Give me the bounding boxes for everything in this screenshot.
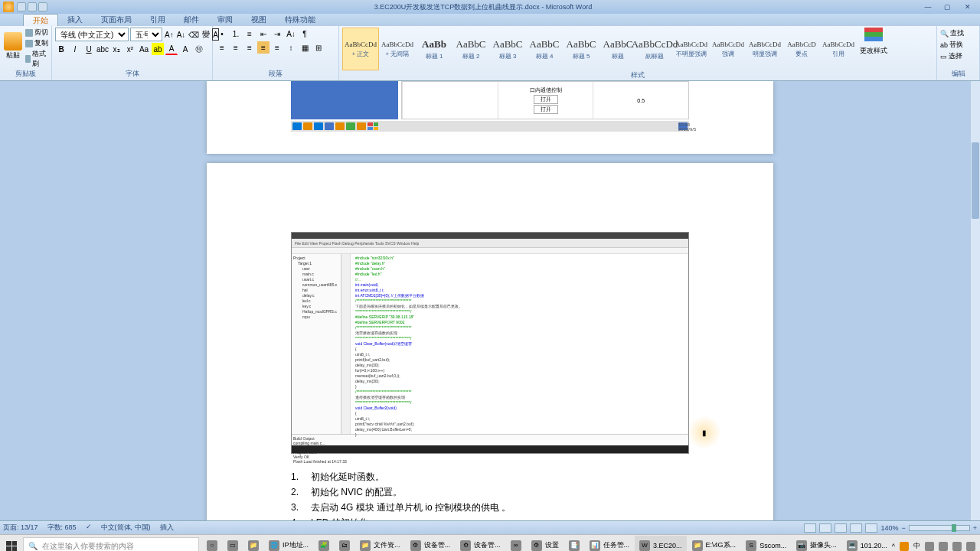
style-item-5[interactable]: AaBbC标题 4 — [526, 28, 563, 70]
taskbar-item-6[interactable]: 📁文件资... — [355, 536, 405, 552]
tab-mailings[interactable]: 邮件 — [175, 14, 208, 26]
tray-icon-2[interactable] — [925, 542, 934, 551]
status-insert-mode[interactable]: 插入 — [160, 523, 174, 533]
distribute-button[interactable]: ≡ — [271, 41, 283, 54]
taskbar-item-0[interactable]: ○ — [202, 536, 222, 552]
taskbar-item-1[interactable]: ▭ — [223, 536, 243, 552]
phonetic-button[interactable]: 變 — [201, 28, 211, 41]
outdent-button[interactable]: ⇤ — [257, 28, 270, 40]
find-button[interactable]: 🔍查找 — [940, 28, 976, 39]
underline-button[interactable]: U — [83, 43, 95, 55]
tray-icon-4[interactable] — [952, 542, 962, 551]
tab-home[interactable]: 开始 — [23, 14, 58, 26]
taskbar-item-12[interactable]: 📊任务管... — [585, 536, 635, 552]
style-item-12[interactable]: AaBbCcD要点 — [783, 28, 820, 70]
tab-view[interactable]: 视图 — [242, 14, 276, 26]
style-item-1[interactable]: AaBbCcDd+ 无间隔 — [379, 28, 416, 70]
indent-button[interactable]: ⇥ — [271, 28, 283, 40]
clear-format-button[interactable]: ⌫ — [188, 28, 200, 41]
font-family-select[interactable]: 等线 (中文正文) — [55, 28, 129, 41]
style-item-13[interactable]: AaBbCcDd引用 — [820, 28, 857, 70]
tray-ime-icon[interactable]: 中 — [913, 541, 920, 551]
shrink-font-button[interactable]: A↓ — [176, 28, 187, 41]
select-button[interactable]: ▭选择 — [940, 51, 976, 62]
taskbar-item-11[interactable]: 📑 — [564, 536, 584, 552]
tray-icon-5[interactable] — [966, 542, 975, 551]
document-area[interactable]: 口内通信控制 打开 打开 0.5 10:28 2023/9/5 File Edi… — [0, 81, 980, 520]
replace-button[interactable]: ab替换 — [940, 39, 976, 51]
strike-button[interactable]: abc — [96, 43, 109, 55]
style-item-3[interactable]: AaBbC标题 2 — [452, 28, 489, 70]
style-item-0[interactable]: AaBbCcDd+ 正文 — [342, 28, 379, 70]
view-fullscreen-button[interactable] — [819, 523, 831, 533]
maximize-button[interactable]: ▢ — [939, 2, 957, 12]
change-styles-button[interactable]: 更改样式 — [858, 28, 889, 56]
start-button[interactable] — [0, 535, 23, 552]
line-spacing-button[interactable]: ↕ — [285, 41, 297, 54]
numbering-button[interactable]: 1. — [230, 28, 242, 40]
taskbar-search-input[interactable]: 🔍 在这里输入你要搜索的内容 — [23, 537, 199, 552]
status-language[interactable]: 中文(简体, 中国) — [101, 523, 151, 533]
show-marks-button[interactable]: ¶ — [299, 28, 311, 40]
tray-icon-3[interactable] — [939, 542, 948, 551]
status-words[interactable]: 字数: 685 — [47, 523, 77, 533]
taskbar-item-7[interactable]: ⚙设备管... — [406, 536, 456, 552]
taskbar-item-8[interactable]: ⚙设备管... — [456, 536, 505, 552]
view-outline-button[interactable] — [850, 523, 862, 533]
copy-button[interactable]: 复制 — [25, 38, 48, 48]
bullets-button[interactable]: • — [216, 28, 228, 40]
tab-review[interactable]: 审阅 — [208, 14, 242, 26]
office-orb[interactable] — [3, 2, 14, 12]
taskbar-item-16[interactable]: 📷摄像头... — [792, 536, 841, 552]
tab-special[interactable]: 特殊功能 — [276, 14, 325, 26]
justify-button[interactable]: ≡ — [257, 41, 270, 54]
char-shading-button[interactable]: A — [179, 43, 191, 55]
style-item-10[interactable]: AaBbCcDd强调 — [710, 28, 746, 70]
qat-undo-icon[interactable] — [28, 2, 37, 11]
zoom-level[interactable]: 140% — [880, 524, 898, 532]
zoom-out-button[interactable]: − — [901, 524, 905, 532]
style-item-2[interactable]: AaBb标题 1 — [416, 28, 452, 70]
align-left-button[interactable]: ≡ — [216, 41, 228, 54]
taskbar-item-4[interactable]: 🧩 — [314, 536, 334, 552]
view-web-button[interactable] — [835, 523, 847, 533]
close-button[interactable]: ✕ — [959, 2, 977, 12]
style-item-8[interactable]: AaBbCcDd副标题 — [636, 28, 673, 70]
taskbar-item-10[interactable]: ⚙设置 — [527, 536, 564, 552]
status-page[interactable]: 页面: 13/17 — [3, 523, 38, 533]
tray-up-icon[interactable]: ^ — [892, 543, 895, 550]
grow-font-button[interactable]: A↑ — [164, 28, 175, 41]
cut-button[interactable]: 剪切 — [25, 28, 48, 37]
font-color-button[interactable]: A — [165, 43, 178, 55]
enclose-char-button[interactable]: ㊕ — [193, 43, 205, 55]
vertical-scrollbar[interactable] — [971, 81, 980, 520]
taskbar-item-15[interactable]: SSscom... — [741, 536, 791, 552]
multilevel-button[interactable]: ≡ — [243, 28, 256, 40]
qat-save-icon[interactable] — [17, 2, 26, 11]
taskbar-item-14[interactable]: 📁E:\4G系... — [688, 536, 741, 552]
change-case-button[interactable]: Aa — [138, 43, 150, 55]
superscript-button[interactable]: x² — [124, 43, 136, 55]
style-item-11[interactable]: AaBbCcDd明显强调 — [746, 28, 783, 70]
tab-layout[interactable]: 页面布局 — [92, 14, 141, 26]
font-size-select[interactable]: 五号 — [130, 28, 162, 41]
italic-button[interactable]: I — [69, 43, 81, 55]
zoom-in-button[interactable]: + — [973, 524, 977, 532]
taskbar-item-2[interactable]: 📁 — [243, 536, 263, 552]
taskbar-item-13[interactable]: W3.EC20... — [635, 536, 687, 552]
style-item-9[interactable]: AaBbCcDd不明显强调 — [673, 28, 710, 70]
align-center-button[interactable]: ≡ — [230, 41, 242, 54]
qat-redo-icon[interactable] — [38, 2, 47, 11]
minimize-button[interactable]: — — [919, 2, 937, 12]
taskbar-item-5[interactable]: 🗂 — [335, 536, 354, 552]
taskbar-item-9[interactable]: ∞ — [506, 536, 526, 552]
align-right-button[interactable]: ≡ — [243, 41, 256, 54]
style-gallery[interactable]: AaBbCcDd+ 正文AaBbCcDd+ 无间隔AaBb标题 1AaBbC标题… — [342, 28, 857, 70]
subscript-button[interactable]: x₂ — [110, 43, 122, 55]
taskbar-item-3[interactable]: 🌐IP地址... — [264, 536, 313, 552]
style-item-4[interactable]: AaBbC标题 3 — [489, 28, 526, 70]
highlight-button[interactable]: ab — [152, 43, 164, 55]
tray-icon-1[interactable] — [900, 542, 909, 551]
view-print-layout-button[interactable] — [804, 523, 816, 533]
borders-button[interactable]: ⊞ — [312, 41, 325, 54]
